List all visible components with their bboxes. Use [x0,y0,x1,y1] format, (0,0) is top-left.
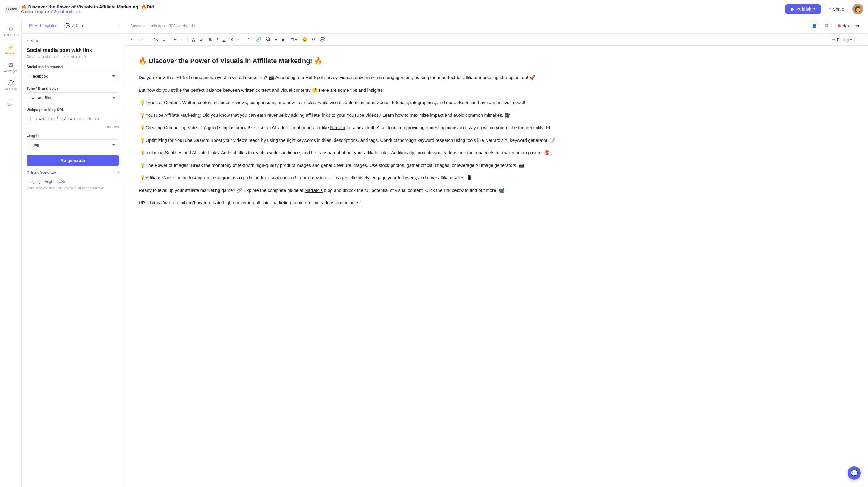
more-options-button[interactable]: ▾ [273,36,279,43]
emoji-button[interactable]: 😊 [300,36,309,43]
avatar[interactable]: 👩 [852,4,863,15]
saved-status: Saved seconds ago [130,24,164,28]
bulk-gen-label: Bulk Generate [31,170,56,175]
ai-writer-label: AI Writer [5,52,17,55]
new-item-button[interactable]: New Item [835,22,862,30]
paragraph-6: 💡Optimizing for YouTube Search: Boost yo… [138,136,854,144]
bulk-gen-arrow-icon: › [118,170,119,175]
bullet-list-button[interactable]: ≔ [236,36,244,43]
bold-button[interactable]: B [207,36,214,43]
publish-button[interactable]: ▶ Publish ▾ [785,4,821,14]
share-icon: ↑ [829,7,831,11]
comment-button[interactable]: 💬 [318,36,327,43]
tone-group: Tone / Brand voice Narrato Blog Professi… [27,86,119,103]
editing-dropdown[interactable]: ✏ Editing ▾ [830,36,855,44]
url-label: Webpage or blog URL [27,108,119,112]
editor-meta: Saved seconds ago 308 words 👁 [130,24,195,28]
table-button[interactable]: ⊞ ▾ [288,36,299,43]
length-select[interactable]: Short Medium Long [27,139,119,150]
topbar: ‹ Back 🔥 Discover the Power of Visuals i… [0,0,868,18]
paragraph-9: 💡Affiliate Marketing on Instagram: Insta… [138,174,854,182]
paragraph-7: 💡Including Subtitles and Affiliate Links… [138,149,854,156]
ai-images-label: AI Images [4,69,18,73]
content-heading: 🔥 Discover the Power of Visuals in Affil… [138,55,854,66]
highlight-button[interactable]: 🖊 [198,36,206,43]
aichat-tab-icon: 💬 [64,23,70,28]
panel-collapse-button[interactable]: ‹ [116,22,120,30]
align-left-button[interactable]: ≡ [179,36,185,43]
app-container: ‹ Back 🔥 Discover the Power of Visuals i… [0,0,868,487]
numbered-list-button[interactable]: ⒈ [245,36,253,44]
back-arrow-icon: ‹ [5,6,7,12]
link-button[interactable]: 🔗 [254,36,263,43]
sidebar-item-message[interactable]: 💬 Message [1,77,21,94]
text-color-button[interactable]: A [190,36,196,43]
length-group: Length Short Medium Long [27,133,119,150]
undo-button[interactable]: ↩ [129,36,136,43]
tone-select[interactable]: Narrato Blog Professional Casual Friendl… [27,92,119,103]
toolbar-separator-1 [147,37,147,42]
paragraph-10: Ready to level up your affiliate marketi… [138,187,854,194]
content-template: Content template: # Social media post [21,10,781,14]
back-button[interactable]: ‹ Back [5,6,18,12]
paragraph-11: URL: https://narrato.io/blog/how-to-crea… [138,199,854,207]
social-media-channel-label: Social media channel [27,65,119,69]
bulk-generate-row[interactable]: ⧉ Bulk Generate › [27,170,119,175]
special-char-button[interactable]: Ω [310,36,317,43]
topbar-actions: ▶ Publish ▾ ↑ Share 👩 [785,4,863,15]
toolbar-more-button[interactable]: ··· [856,36,863,43]
paragraph-4: 💡YouTube Affiliate Marketing: Did you kn… [138,111,854,119]
url-input[interactable] [27,114,119,124]
image-button[interactable]: 🖼 [264,36,272,43]
tab-aichat[interactable]: 💬 AIChat [61,19,88,33]
strikethrough-button[interactable]: S [229,36,235,43]
ai-writer-icon: ⚡ [7,44,14,51]
user-icon-button[interactable]: 👤 [809,21,819,31]
play-button[interactable]: ▶ [280,36,287,43]
redo-button[interactable]: ↪ [137,36,145,43]
ai-templates-tab-icon: ⊞ [29,23,33,28]
underline-button[interactable]: U [221,36,227,43]
tab-ai-templates[interactable]: ⊞ AI Templates [25,19,61,33]
regen-label: Re-generate [61,158,85,163]
template-link[interactable]: # Social media post [51,10,83,14]
sidebar-item-ai-writer[interactable]: ⚡ AI Writer [1,41,21,58]
chat-bubble-icon: 💬 [850,469,858,477]
message-label: Message [4,87,17,91]
text-style-select[interactable]: Normal Heading 1 Heading 2 [150,36,178,44]
paragraph-5: 💡Creating Compelling Videos: A good scri… [138,124,854,132]
sidebar-item-brief-seo[interactable]: ⚙ Brief + SEO [1,23,21,40]
visibility-icon[interactable]: 👁 [191,24,195,28]
length-label: Length [27,133,119,138]
panel-back-arrow-icon: ‹ [27,39,28,43]
sidebar-item-ai-images[interactable]: 🖼 AI Images [1,59,21,76]
publish-chevron-icon: ▾ [813,7,815,10]
aichat-tab-label: AIChat [72,23,84,28]
italic-button[interactable]: I [215,36,220,43]
disclaimer: Make sure you manually review all AI gen… [27,185,119,191]
template-label: Content template: [21,10,50,14]
editor-content[interactable]: 🔥 Discover the Power of Visuals in Affil… [124,46,868,487]
language-value[interactable]: English (US) [44,179,65,184]
sidebar-item-more[interactable]: ••• More [1,95,21,110]
panel-back-button[interactable]: ‹ Back [27,39,119,43]
word-count: 308 words [169,24,187,28]
share-icon-button[interactable]: ⧉ [822,21,832,31]
panel-back-label: Back [30,39,38,43]
form-subtitle: Create a social media post with a link [27,55,119,59]
share-button[interactable]: ↑ Share [824,4,849,14]
chat-bubble-button[interactable]: 💬 [847,466,861,480]
regenerate-button[interactable]: Re-generate [27,155,119,166]
publish-play-icon: ▶ [791,7,795,11]
social-media-channel-select[interactable]: Facebook Twitter LinkedIn Instagram [27,71,119,82]
panel-content: ‹ Back Social media post with link Creat… [22,34,124,487]
more-icon: ••• [8,98,13,102]
message-icon: 💬 [7,80,14,87]
ai-images-icon: 🖼 [8,62,13,68]
brief-seo-label: Brief + SEO [3,33,19,37]
editor-toolbar: ↩ ↪ Normal Heading 1 Heading 2 ≡ A 🖊 B I… [124,34,868,46]
more-label: More [7,103,14,107]
form-title: Social media post with link [27,47,119,53]
url-counter: 106 / 150 [27,125,119,128]
panel-tabs: ⊞ AI Templates 💬 AIChat ‹ [22,18,124,34]
